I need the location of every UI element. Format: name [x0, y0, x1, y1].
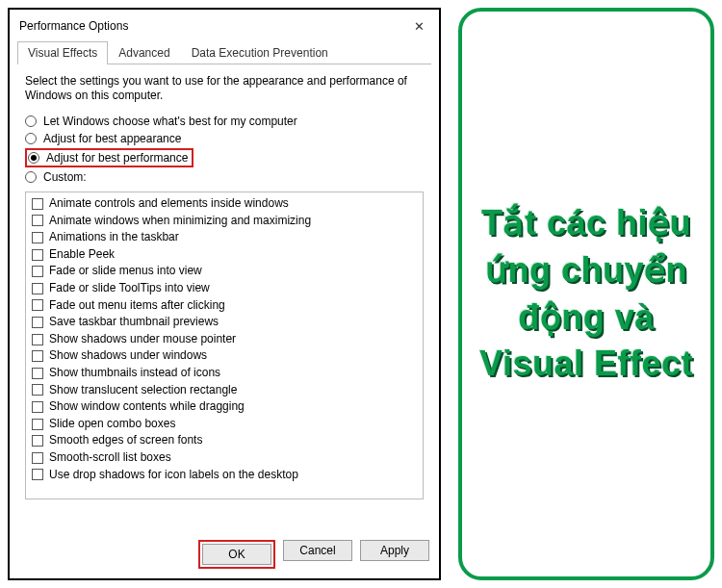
checkbox-icon — [32, 384, 43, 396]
radio-icon — [28, 152, 39, 164]
tab-dep[interactable]: Data Execution Prevention — [181, 41, 339, 64]
checkbox-icon — [32, 435, 43, 447]
radio-label: Custom: — [43, 170, 87, 184]
ok-highlight: OK — [198, 540, 275, 569]
window-title: Performance Options — [19, 19, 128, 33]
checkbox-label: Show window contents while dragging — [49, 399, 245, 415]
checkbox-icon — [32, 368, 43, 379]
dialog-footer: OK Cancel Apply — [10, 532, 439, 578]
checkbox-row[interactable]: Show shadows under mouse pointer — [32, 331, 417, 348]
titlebar: Performance Options ✕ — [10, 10, 439, 40]
checkbox-label: Smooth edges of screen fonts — [49, 433, 202, 448]
checkbox-row[interactable]: Animate controls and elements inside win… — [32, 195, 417, 213]
checkbox-icon — [32, 419, 43, 430]
close-icon[interactable]: ✕ — [406, 15, 431, 37]
checkbox-label: Show shadows under windows — [49, 348, 207, 364]
checkbox-icon — [32, 249, 43, 261]
checkbox-row[interactable]: Show translucent selection rectangle — [32, 382, 417, 399]
checkbox-label: Smooth-scroll list boxes — [49, 450, 171, 466]
side-caption-panel: Tắt các hiệu ứng chuyển động và Visual E… — [458, 8, 714, 580]
checkbox-label: Enable Peek — [49, 247, 115, 263]
ok-button[interactable]: OK — [202, 544, 271, 565]
checkbox-icon — [32, 283, 43, 294]
checkbox-row[interactable]: Smooth edges of screen fonts — [32, 432, 417, 449]
apply-button[interactable]: Apply — [360, 540, 429, 561]
radio-custom[interactable]: Custom: — [25, 168, 424, 186]
radio-best-appearance[interactable]: Adjust for best appearance — [25, 130, 424, 147]
checkbox-icon — [32, 350, 43, 362]
tab-body: Select the settings you want to use for … — [10, 64, 439, 532]
radio-label: Adjust for best performance — [46, 151, 188, 165]
checkbox-row[interactable]: Smooth-scroll list boxes — [32, 449, 417, 467]
checkbox-label: Fade out menu items after clicking — [49, 298, 225, 314]
checkbox-row[interactable]: Animate windows when minimizing and maxi… — [32, 213, 417, 230]
checkbox-label: Show thumbnails instead of icons — [49, 366, 220, 381]
effects-checklist[interactable]: Animate controls and elements inside win… — [25, 192, 424, 499]
radio-label: Let Windows choose what's best for my co… — [43, 115, 297, 128]
radio-icon — [25, 115, 37, 127]
checkbox-label: Fade or slide ToolTips into view — [49, 281, 210, 296]
radio-best-performance[interactable]: Adjust for best performance — [28, 151, 188, 165]
radio-label: Adjust for best appearance — [43, 132, 181, 145]
checkbox-row[interactable]: Fade or slide menus into view — [32, 263, 417, 280]
checkbox-icon — [32, 401, 43, 413]
checkbox-icon — [32, 317, 43, 328]
checkbox-icon — [32, 299, 43, 311]
checkbox-icon — [32, 215, 43, 226]
checkbox-row[interactable]: Slide open combo boxes — [32, 416, 417, 433]
checkbox-row[interactable]: Save taskbar thumbnail previews — [32, 314, 417, 331]
checkbox-label: Show translucent selection rectangle — [49, 383, 237, 398]
checkbox-icon — [32, 198, 43, 210]
checkbox-label: Fade or slide menus into view — [49, 264, 202, 279]
checkbox-row[interactable]: Use drop shadows for icon labels on the … — [32, 467, 417, 484]
checkbox-row[interactable]: Fade or slide ToolTips into view — [32, 280, 417, 297]
side-caption-text: Tắt các hiệu ứng chuyển động và Visual E… — [472, 200, 701, 387]
radio-let-windows-choose[interactable]: Let Windows choose what's best for my co… — [25, 113, 424, 130]
checkbox-icon — [32, 334, 43, 345]
tab-strip: Visual Effects Advanced Data Execution P… — [17, 40, 431, 64]
checkbox-label: Slide open combo boxes — [49, 417, 175, 432]
checkbox-icon — [32, 266, 43, 277]
checkbox-icon — [32, 452, 43, 464]
checkbox-label: Animations in the taskbar — [49, 230, 179, 245]
radio-icon — [25, 171, 37, 183]
checkbox-row[interactable]: Show thumbnails instead of icons — [32, 365, 417, 382]
description-text: Select the settings you want to use for … — [25, 74, 424, 103]
checkbox-label: Save taskbar thumbnail previews — [49, 315, 219, 330]
checkbox-label: Show shadows under mouse pointer — [49, 332, 236, 347]
cancel-button[interactable]: Cancel — [283, 540, 352, 561]
checkbox-label: Use drop shadows for icon labels on the … — [49, 468, 298, 483]
tab-visual-effects[interactable]: Visual Effects — [17, 41, 108, 64]
checkbox-row[interactable]: Show window contents while dragging — [32, 398, 417, 416]
checkbox-row[interactable]: Show shadows under windows — [32, 347, 417, 365]
checkbox-label: Animate controls and elements inside win… — [49, 196, 289, 212]
radio-icon — [25, 133, 37, 144]
checkbox-icon — [32, 469, 43, 480]
checkbox-row[interactable]: Fade out menu items after clicking — [32, 297, 417, 315]
performance-options-dialog: Performance Options ✕ Visual Effects Adv… — [8, 8, 441, 580]
checkbox-icon — [32, 232, 43, 243]
checkbox-row[interactable]: Animations in the taskbar — [32, 229, 417, 246]
highlight-box: Adjust for best performance — [25, 148, 193, 167]
checkbox-row[interactable]: Enable Peek — [32, 246, 417, 264]
checkbox-label: Animate windows when minimizing and maxi… — [49, 214, 311, 229]
tab-advanced[interactable]: Advanced — [108, 41, 180, 64]
